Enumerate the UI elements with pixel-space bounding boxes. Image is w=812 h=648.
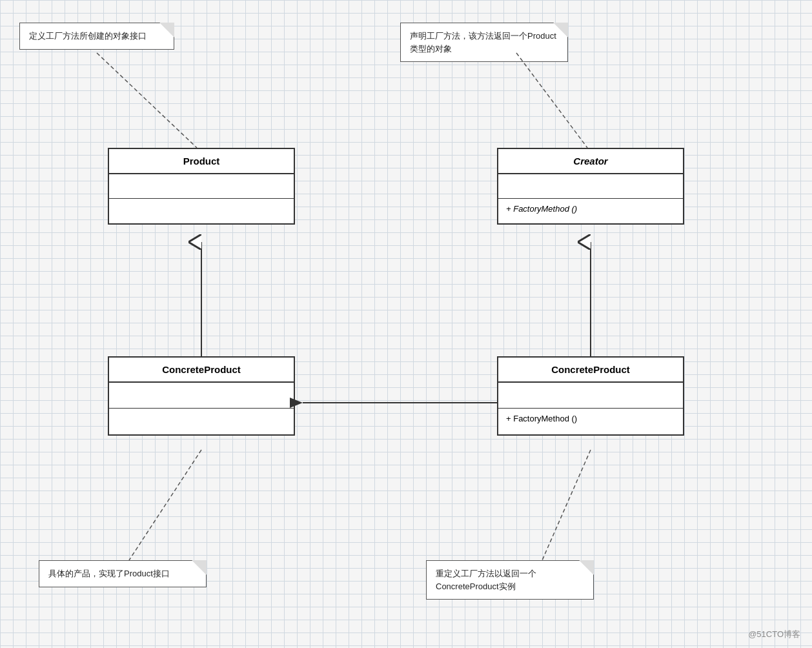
concrete-product-left-methods: [109, 409, 294, 434]
concrete-product-left-name: ConcreteProduct: [109, 358, 294, 383]
creator-class-name: Creator: [498, 149, 683, 174]
concrete-product-right-name: ConcreteProduct: [498, 358, 683, 383]
note-top-left: 定义工厂方法所创建的对象接口: [19, 23, 174, 50]
note-bottom-left: 具体的产品，实现了Product接口: [39, 560, 207, 587]
concrete-product-left-class: ConcreteProduct: [108, 356, 295, 436]
product-methods: [109, 199, 294, 223]
creator-methods: + FactoryMethod (): [498, 199, 683, 223]
concrete-product-left-attributes: [109, 383, 294, 409]
creator-attributes: [498, 174, 683, 199]
concrete-product-right-class: ConcreteProduct + FactoryMethod (): [497, 356, 684, 436]
concrete-product-right-attributes: [498, 383, 683, 409]
grid-background: [0, 0, 812, 648]
note-top-right: 声明工厂方法，该方法返回一个Product类型的对象: [400, 23, 568, 62]
note-bottom-right: 重定义工厂方法以返回一个ConcreteProduct实例: [426, 560, 594, 600]
watermark: @51CTO博客: [748, 629, 800, 640]
concrete-product-right-methods: + FactoryMethod (): [498, 409, 683, 434]
creator-class: Creator + FactoryMethod (): [497, 148, 684, 225]
product-class: Product: [108, 148, 295, 225]
product-class-name: Product: [109, 149, 294, 174]
product-attributes: [109, 174, 294, 199]
